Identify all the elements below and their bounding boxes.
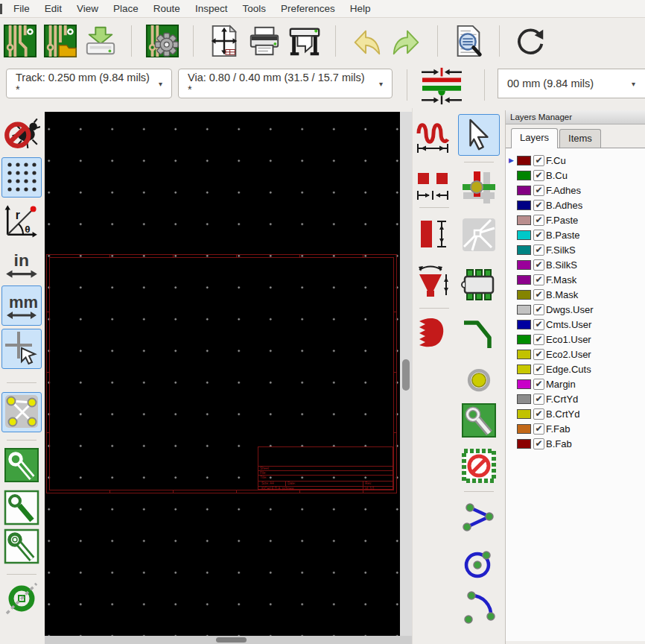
layer-visibility-checkbox[interactable]: ✔ (533, 319, 544, 330)
polar-coords-button[interactable]: rθ (1, 201, 42, 242)
layer-visibility-checkbox[interactable]: ✔ (533, 200, 544, 211)
plot-button[interactable] (285, 21, 325, 61)
horizontal-scrollbar[interactable] (45, 636, 412, 644)
layer-visibility-checkbox[interactable]: ✔ (533, 274, 544, 285)
pad-sketch-mode-button[interactable] (1, 579, 42, 619)
menu-place[interactable]: Place (106, 1, 146, 16)
open-board-button[interactable] (40, 21, 80, 61)
menu-preferences[interactable]: Preferences (273, 1, 343, 16)
layer-color-swatch[interactable] (517, 260, 531, 270)
cursor-shape-button[interactable] (1, 329, 42, 369)
mw-arc-stub-button[interactable] (413, 262, 452, 304)
layer-row[interactable]: ▶ ✔ F.Mask (506, 272, 645, 287)
horizontal-scrollbar-thumb[interactable] (216, 637, 247, 643)
add-keepout-button[interactable] (458, 446, 500, 487)
units-mm-button[interactable]: mm (1, 285, 42, 326)
page-settings-button[interactable] (204, 21, 244, 61)
layer-color-swatch[interactable] (517, 290, 531, 300)
vertical-scrollbar-thumb[interactable] (402, 359, 410, 391)
menu-route[interactable]: Route (146, 1, 188, 16)
tab-items[interactable]: Items (559, 129, 601, 148)
layer-visibility-checkbox[interactable]: ✔ (533, 170, 544, 181)
graphic-circle-button[interactable] (458, 543, 500, 584)
layer-row[interactable]: ▶ ✔ Eco1.User (506, 332, 645, 347)
layer-row[interactable]: ▶ ✔ Cmts.User (506, 317, 645, 332)
layer-visibility-checkbox[interactable]: ✔ (533, 304, 544, 315)
layer-visibility-checkbox[interactable]: ✔ (533, 244, 544, 256)
layer-row[interactable]: ▶ ✔ F.Cu (506, 153, 645, 168)
layer-visibility-checkbox[interactable]: ✔ (533, 155, 544, 166)
auto-track-width-button[interactable] (417, 64, 466, 107)
layer-visibility-checkbox[interactable]: ✔ (533, 379, 544, 390)
layer-row[interactable]: ▶ ✔ B.Cu (506, 168, 645, 183)
layer-row[interactable]: ▶ ✔ B.Paste (506, 227, 645, 242)
layer-row[interactable]: ▶ ✔ B.CrtYd (506, 406, 645, 421)
layer-color-swatch[interactable] (517, 409, 531, 419)
mw-polynomial-button[interactable] (413, 314, 452, 356)
grid-select[interactable]: 00 mm (9.84 mils) ▾ (498, 69, 645, 98)
layer-row[interactable]: ▶ ✔ F.Paste (506, 212, 645, 227)
layer-color-swatch[interactable] (517, 215, 531, 225)
layer-color-swatch[interactable] (517, 350, 531, 359)
layer-row[interactable]: ▶ ✔ Margin (506, 376, 645, 391)
board-setup-button[interactable] (142, 21, 182, 61)
layer-visibility-checkbox[interactable]: ✔ (533, 438, 544, 449)
zone-display-outline-button[interactable] (1, 488, 42, 528)
mw-stub-button[interactable] (413, 215, 452, 256)
layer-color-swatch[interactable] (517, 305, 531, 315)
highlight-net-button[interactable] (458, 168, 500, 209)
graphic-arc-button[interactable] (458, 587, 500, 629)
layer-color-swatch[interactable] (517, 186, 531, 195)
layer-row[interactable]: ▶ ✔ Eco2.User (506, 347, 645, 362)
layer-visibility-checkbox[interactable]: ✔ (533, 423, 544, 435)
layer-color-swatch[interactable] (517, 379, 531, 389)
layer-visibility-checkbox[interactable]: ✔ (533, 364, 544, 375)
layer-color-swatch[interactable] (517, 335, 531, 344)
units-inch-button[interactable]: in (1, 244, 42, 284)
menu-view[interactable]: View (69, 1, 106, 16)
mw-tuned-line-button[interactable] (413, 116, 452, 157)
tab-layers[interactable]: Layers (511, 128, 558, 148)
layer-visibility-checkbox[interactable]: ✔ (533, 215, 544, 226)
layer-visibility-checkbox[interactable]: ✔ (533, 289, 544, 300)
graphic-line-button[interactable] (458, 498, 500, 540)
layer-visibility-checkbox[interactable]: ✔ (533, 259, 544, 271)
layer-row[interactable]: ▶ ✔ F.Fab (506, 421, 645, 436)
layer-row[interactable]: ▶ ✔ B.Mask (506, 287, 645, 302)
layer-row[interactable]: ▶ ✔ B.Adhes (506, 198, 645, 212)
print-button[interactable] (244, 21, 285, 61)
layer-color-swatch[interactable] (517, 394, 531, 404)
layer-color-swatch[interactable] (517, 230, 531, 240)
layer-visibility-checkbox[interactable]: ✔ (533, 394, 544, 405)
layer-color-swatch[interactable] (517, 364, 531, 374)
zone-display-filled-button[interactable] (1, 446, 42, 486)
local-ratsnest-button[interactable] (458, 215, 500, 256)
menu-file[interactable]: File (6, 1, 37, 16)
layer-visibility-checkbox[interactable]: ✔ (533, 230, 544, 241)
zone-display-hatched-button[interactable] (1, 527, 42, 567)
layer-color-swatch[interactable] (517, 171, 531, 180)
layer-row[interactable]: ▶ ✔ Edge.Cuts (506, 362, 645, 376)
layer-row[interactable]: ▶ ✔ B.Fab (506, 436, 645, 451)
redo-button[interactable] (387, 21, 427, 61)
ratsnest-visibility-button[interactable] (1, 392, 42, 432)
layer-color-swatch[interactable] (517, 156, 531, 165)
layer-color-swatch[interactable] (517, 201, 531, 210)
add-zone-button[interactable] (458, 400, 500, 442)
route-tracks-button[interactable] (458, 313, 500, 355)
layer-row[interactable]: ▶ ✔ F.Adhes (506, 183, 645, 198)
menu-edit[interactable]: Edit (37, 1, 69, 16)
layer-visibility-checkbox[interactable]: ✔ (533, 334, 544, 345)
menu-help[interactable]: Help (343, 1, 378, 16)
pcb-canvas[interactable]: Sheet: File: Title: Size: A4 Date: Rev: … (45, 112, 400, 636)
vertical-scrollbar[interactable] (400, 112, 412, 636)
menu-tools[interactable]: Tools (235, 1, 273, 16)
undo-button[interactable] (346, 21, 387, 61)
grid-visibility-button[interactable] (1, 157, 42, 198)
add-footprint-button[interactable] (458, 265, 500, 306)
drc-off-button[interactable] (1, 113, 42, 153)
menu-inspect[interactable]: Inspect (188, 1, 235, 16)
layer-visibility-checkbox[interactable]: ✔ (533, 185, 544, 196)
layer-row[interactable]: ▶ ✔ F.SilkS (506, 242, 645, 257)
via-size-select[interactable]: Via: 0.80 / 0.40 mm (31.5 / 15.7 mils) *… (178, 69, 393, 98)
